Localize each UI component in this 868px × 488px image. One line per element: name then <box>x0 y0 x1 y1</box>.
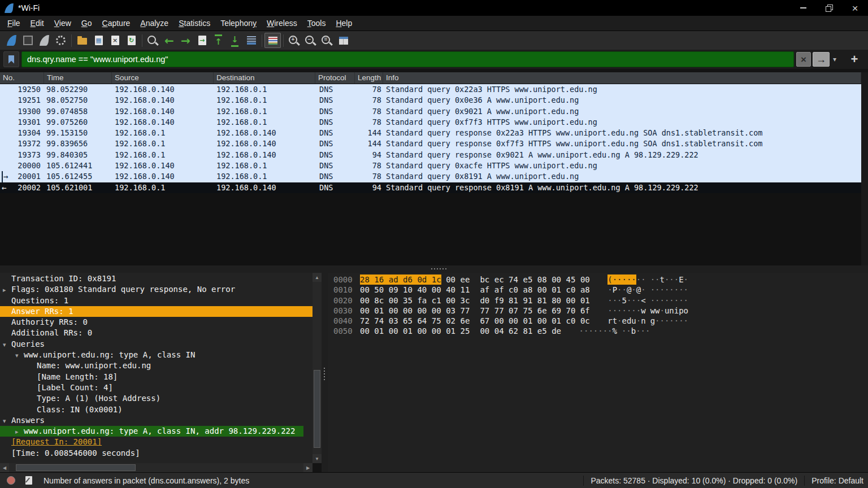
column-header-length[interactable]: Length <box>355 72 383 84</box>
packet-row[interactable]: 1937399.840305192.168.0.1192.168.0.140DN… <box>0 150 861 160</box>
packet-list-scrollbar[interactable] <box>861 72 868 265</box>
expander-expanded-icon[interactable]: ▾ <box>1 416 11 426</box>
packet-row[interactable]: 1925198.052750192.168.0.140192.168.0.1DN… <box>0 95 861 106</box>
hex-byte[interactable]: 01 <box>374 326 388 336</box>
hex-byte[interactable]: 81 <box>509 295 523 306</box>
ascii-char[interactable]: · <box>684 316 688 326</box>
ascii-char[interactable]: · <box>674 316 679 326</box>
ascii-char[interactable]: · <box>617 316 622 326</box>
detail-line[interactable]: [Request In: 20001] <box>0 437 313 447</box>
hex-byte[interactable]: 77 <box>480 306 494 316</box>
hex-byte[interactable]: 3c <box>461 295 480 306</box>
ascii-char[interactable]: · <box>669 316 674 326</box>
ascii-char[interactable]: · <box>641 274 645 285</box>
hex-byte[interactable]: e5 <box>537 326 552 336</box>
detail-line[interactable]: [Label Count: 4] <box>0 382 313 393</box>
ascii-char[interactable]: · <box>674 295 679 306</box>
hex-byte[interactable]: 00 <box>480 326 494 336</box>
ascii-char[interactable]: u <box>631 316 636 326</box>
hex-byte[interactable]: 74 <box>509 274 523 285</box>
ascii-char[interactable]: · <box>659 316 664 326</box>
capture-comments-icon[interactable] <box>25 476 32 485</box>
hex-byte[interactable]: 03 <box>389 316 403 326</box>
ascii-char[interactable]: · <box>584 326 588 336</box>
ascii-char[interactable]: · <box>669 285 674 295</box>
detail-line[interactable]: Name: www.uniport.edu.ng <box>0 360 313 371</box>
scroll-down-button[interactable]: ▼ <box>313 454 322 463</box>
ascii-char[interactable]: · <box>593 326 598 336</box>
hex-byte[interactable]: 67 <box>480 316 494 326</box>
ascii-char[interactable]: · <box>679 285 683 295</box>
hex-byte[interactable]: 0d <box>417 274 431 285</box>
packet-row[interactable]: →20001105.612455192.168.0.140192.168.0.1… <box>0 171 861 182</box>
ascii-char[interactable]: · <box>684 295 688 306</box>
hex-byte[interactable]: 91 <box>523 295 537 306</box>
ascii-char[interactable]: · <box>636 295 641 306</box>
ascii-char[interactable]: · <box>631 295 636 306</box>
menu-item-help[interactable]: Help <box>331 17 357 29</box>
hex-byte[interactable]: c0 <box>566 285 580 295</box>
ascii-char[interactable]: · <box>641 326 645 336</box>
open-file-button[interactable] <box>74 33 90 48</box>
auto-scroll-button[interactable] <box>243 33 259 48</box>
ascii-char[interactable]: · <box>674 285 679 295</box>
hex-byte[interactable]: 00 <box>446 295 460 306</box>
hex-byte[interactable]: 00 <box>417 306 431 316</box>
ascii-char[interactable]: · <box>665 316 669 326</box>
hex-byte[interactable]: 11 <box>461 285 480 295</box>
menu-item-go[interactable]: Go <box>76 17 97 29</box>
stop-capture-button[interactable] <box>20 33 36 48</box>
expander-expanded-icon[interactable]: ▾ <box>1 339 11 350</box>
menu-item-tools[interactable]: Tools <box>302 17 331 29</box>
hex-byte[interactable]: 01 <box>552 285 566 295</box>
packet-row[interactable]: ←20002105.621001192.168.0.1192.168.0.140… <box>0 182 861 193</box>
hex-byte[interactable]: a8 <box>523 285 537 295</box>
detail-line[interactable]: ▾Queries <box>0 339 313 350</box>
expander-collapsed-icon[interactable]: ▸ <box>1 285 11 295</box>
ascii-char[interactable]: · <box>622 326 626 336</box>
ascii-char[interactable]: w <box>655 306 659 316</box>
hex-byte[interactable]: 40 <box>446 285 460 295</box>
ascii-char[interactable]: · <box>684 274 688 285</box>
ascii-char[interactable]: @ <box>627 285 631 295</box>
ascii-char[interactable]: · <box>679 316 683 326</box>
detail-line[interactable]: Transaction ID: 0x8191 <box>0 273 313 284</box>
apply-filter-button[interactable]: → <box>813 52 830 67</box>
expander-expanded-icon[interactable]: ▾ <box>14 350 24 360</box>
hex-byte[interactable]: 01 <box>446 326 460 336</box>
column-header-no[interactable]: No. <box>0 72 44 84</box>
ascii-char[interactable]: d <box>627 316 631 326</box>
find-packet-button[interactable] <box>145 33 161 48</box>
menu-item-edit[interactable]: Edit <box>25 17 49 29</box>
restart-capture-button[interactable] <box>36 33 53 48</box>
hex-byte[interactable]: ee <box>461 274 480 285</box>
ascii-char[interactable]: · <box>636 326 640 336</box>
menu-item-statistics[interactable]: Statistics <box>173 17 215 29</box>
hex-byte[interactable]: 00 <box>537 316 552 326</box>
hex-byte[interactable]: 04 <box>494 326 509 336</box>
hex-byte[interactable]: 01 <box>374 306 388 316</box>
hex-byte[interactable]: 01 <box>552 316 566 326</box>
ascii-char[interactable]: e <box>622 316 627 326</box>
hex-byte[interactable]: 00 <box>446 274 460 285</box>
ascii-char[interactable]: · <box>650 295 655 306</box>
ascii-char[interactable]: · <box>613 274 617 285</box>
hex-byte[interactable]: 64 <box>417 316 431 326</box>
ascii-char[interactable]: · <box>655 295 659 306</box>
ascii-char[interactable]: · <box>613 306 617 316</box>
ascii-char[interactable]: · <box>631 306 636 316</box>
hex-byte[interactable]: 75 <box>432 316 446 326</box>
menu-item-capture[interactable]: Capture <box>97 17 136 29</box>
ascii-char[interactable]: g <box>650 316 655 326</box>
ascii-char[interactable]: · <box>674 274 679 285</box>
detail-line[interactable]: ▾Answers <box>0 415 313 426</box>
hex-byte[interactable]: d0 <box>480 295 494 306</box>
ascii-char[interactable]: u <box>665 306 669 316</box>
hex-byte[interactable]: e5 <box>523 274 537 285</box>
hex-byte[interactable]: 02 <box>446 316 460 326</box>
ascii-char[interactable]: · <box>607 285 612 295</box>
ascii-char[interactable]: t <box>659 274 664 285</box>
hex-byte[interactable]: 00 <box>389 306 403 316</box>
expert-info-icon[interactable] <box>7 476 15 485</box>
menu-item-file[interactable]: File <box>2 17 25 29</box>
